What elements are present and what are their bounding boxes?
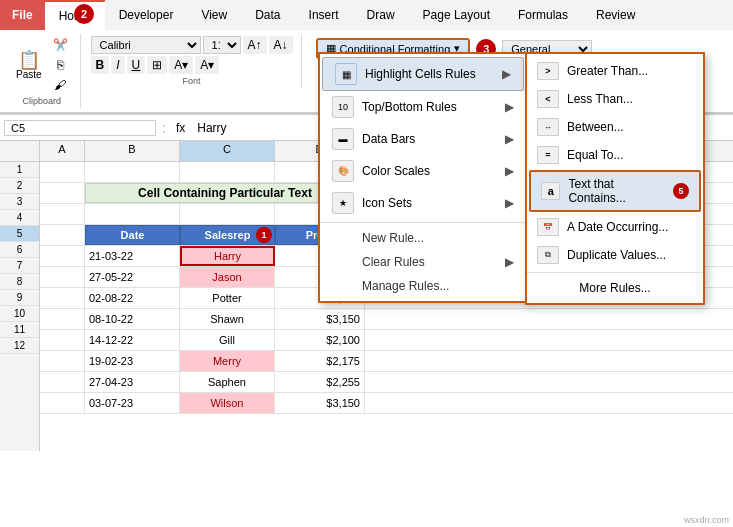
cell-a3[interactable] <box>40 204 85 224</box>
copy-button[interactable]: ⎘ <box>49 56 72 74</box>
fx-button[interactable]: fx <box>172 121 189 135</box>
cell-d12[interactable]: $3,150 <box>275 393 365 413</box>
cell-a11[interactable] <box>40 372 85 392</box>
cell-b3[interactable] <box>85 204 180 224</box>
cell-c8[interactable]: Shawn <box>180 309 275 329</box>
cell-a12[interactable] <box>40 393 85 413</box>
cell-c7[interactable]: Potter <box>180 288 275 308</box>
hcr-item-more-rules[interactable]: More Rules... <box>527 276 703 300</box>
tab-file[interactable]: File <box>0 0 45 30</box>
hcr-item-less-than[interactable]: < Less Than... <box>527 85 703 113</box>
row-num-11[interactable]: 11 <box>0 322 39 338</box>
cell-b7[interactable]: 02-08-22 <box>85 288 180 308</box>
top-bottom-arrow: ▶ <box>505 100 514 114</box>
cell-c4-header[interactable]: Salesrep 1 <box>180 225 275 245</box>
hcr-item-date-occurring[interactable]: 📅 A Date Occurring... <box>527 213 703 241</box>
row-num-6[interactable]: 6 <box>0 242 39 258</box>
cf-menu-item-icon-sets[interactable]: ★ Icon Sets ▶ <box>320 187 526 219</box>
hcr-item-between[interactable]: ↔ Between... <box>527 113 703 141</box>
cell-c11[interactable]: Saphen <box>180 372 275 392</box>
font-color-button[interactable]: A▾ <box>195 56 219 74</box>
cell-b6[interactable]: 27-05-22 <box>85 267 180 287</box>
cell-d8[interactable]: $3,150 <box>275 309 365 329</box>
cell-a1[interactable] <box>40 162 85 182</box>
cf-menu-item-new-rule[interactable]: New Rule... <box>320 226 526 250</box>
table-row: 27-04-23 Saphen $2,255 <box>40 372 733 393</box>
tab-view[interactable]: View <box>187 0 241 30</box>
color-scales-arrow: ▶ <box>505 164 514 178</box>
paste-button[interactable]: 📋 Paste <box>12 49 46 82</box>
cell-c6[interactable]: Jason <box>180 267 275 287</box>
cell-a6[interactable] <box>40 267 85 287</box>
row-num-10[interactable]: 10 <box>0 306 39 322</box>
cell-d9[interactable]: $2,100 <box>275 330 365 350</box>
italic-button[interactable]: I <box>111 56 124 74</box>
cell-a5[interactable] <box>40 246 85 266</box>
cell-b1[interactable] <box>85 162 180 182</box>
cell-c5[interactable]: Harry <box>180 246 275 266</box>
border-button[interactable]: ⊞ <box>147 56 167 74</box>
cell-a7[interactable] <box>40 288 85 308</box>
cell-b12[interactable]: 03-07-23 <box>85 393 180 413</box>
tab-data[interactable]: Data <box>241 0 294 30</box>
cell-b10[interactable]: 19-02-23 <box>85 351 180 371</box>
cf-menu-item-data-bars[interactable]: ▬ Data Bars ▶ <box>320 123 526 155</box>
row-num-8[interactable]: 8 <box>0 274 39 290</box>
hcr-item-equal-to[interactable]: = Equal To... <box>527 141 703 169</box>
row-num-4[interactable]: 4 <box>0 210 39 226</box>
tab-draw[interactable]: Draw <box>353 0 409 30</box>
cell-c12[interactable]: Wilson <box>180 393 275 413</box>
row-num-3[interactable]: 3 <box>0 194 39 210</box>
fill-color-button[interactable]: A▾ <box>169 56 193 74</box>
format-painter-button[interactable]: 🖌 <box>49 76 72 94</box>
font-size-select[interactable]: 11 <box>203 36 241 54</box>
hcr-item-greater-than[interactable]: > Greater Than... <box>527 57 703 85</box>
row-num-1[interactable]: 1 <box>0 162 39 178</box>
cell-a10[interactable] <box>40 351 85 371</box>
cell-a4[interactable] <box>40 225 85 245</box>
tab-review[interactable]: Review <box>582 0 649 30</box>
cf-menu-item-highlight-cells[interactable]: ▦ Highlight Cells Rules ▶ <box>322 57 524 91</box>
cell-b4-header[interactable]: Date <box>85 225 180 245</box>
bold-button[interactable]: B <box>91 56 110 74</box>
hcr-item-duplicate-values[interactable]: ⧉ Duplicate Values... <box>527 241 703 269</box>
cut-button[interactable]: ✂️ <box>49 36 72 54</box>
underline-button[interactable]: U <box>127 56 146 74</box>
tab-formulas[interactable]: Formulas <box>504 0 582 30</box>
font-shrink-button[interactable]: A↓ <box>269 36 293 54</box>
cell-b11[interactable]: 27-04-23 <box>85 372 180 392</box>
tab-page-layout[interactable]: Page Layout <box>409 0 504 30</box>
cell-b8[interactable]: 08-10-22 <box>85 309 180 329</box>
font-grow-button[interactable]: A↑ <box>243 36 267 54</box>
cell-c10[interactable]: Merry <box>180 351 275 371</box>
font-name-select[interactable]: Calibri <box>91 36 201 54</box>
col-header-a[interactable]: A <box>40 141 85 161</box>
corner-cell <box>0 141 40 161</box>
cell-d10[interactable]: $2,175 <box>275 351 365 371</box>
cf-menu-item-top-bottom[interactable]: 10 Top/Bottom Rules ▶ <box>320 91 526 123</box>
row-num-2[interactable]: 2 <box>0 178 39 194</box>
row-num-5[interactable]: 5 <box>0 226 39 242</box>
cell-b9[interactable]: 14-12-22 <box>85 330 180 350</box>
cell-a8[interactable] <box>40 309 85 329</box>
cf-menu-item-manage-rules[interactable]: Manage Rules... <box>320 274 526 298</box>
row-num-12[interactable]: 12 <box>0 338 39 354</box>
cf-menu-item-clear-rules[interactable]: Clear Rules ▶ <box>320 250 526 274</box>
cell-a2[interactable] <box>40 183 85 203</box>
row-num-7[interactable]: 7 <box>0 258 39 274</box>
col-header-b[interactable]: B <box>85 141 180 161</box>
manage-rules-label: Manage Rules... <box>362 279 449 293</box>
tab-insert[interactable]: Insert <box>295 0 353 30</box>
cell-reference-box[interactable]: C5 <box>4 120 156 136</box>
cell-c1[interactable] <box>180 162 275 182</box>
cell-b5[interactable]: 21-03-22 <box>85 246 180 266</box>
cell-c9[interactable]: Gill <box>180 330 275 350</box>
cell-d11[interactable]: $2,255 <box>275 372 365 392</box>
cell-c3[interactable] <box>180 204 275 224</box>
cell-a9[interactable] <box>40 330 85 350</box>
tab-developer[interactable]: Developer <box>105 0 188 30</box>
hcr-item-text-contains[interactable]: a Text that Contains... 5 <box>529 170 701 212</box>
col-header-c[interactable]: C <box>180 141 275 161</box>
cf-menu-item-color-scales[interactable]: 🎨 Color Scales ▶ <box>320 155 526 187</box>
row-num-9[interactable]: 9 <box>0 290 39 306</box>
